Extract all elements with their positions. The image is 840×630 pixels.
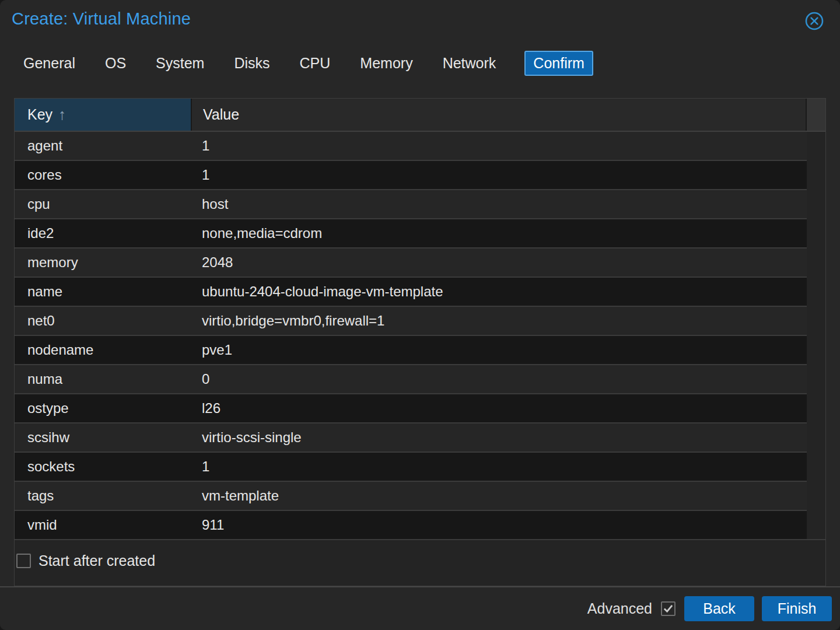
wizard-tab[interactable]: Disks xyxy=(233,51,271,76)
wizard-tab[interactable]: Confirm xyxy=(524,51,593,76)
table-row[interactable]: name ubuntu-2404-cloud-image-vm-template xyxy=(15,278,807,307)
table-row[interactable]: sockets 1 xyxy=(15,453,807,482)
advanced-checkbox[interactable] xyxy=(661,601,676,616)
table-row[interactable]: cpu host xyxy=(15,190,807,219)
row-key: ostype xyxy=(15,400,191,416)
dialog-footer: Advanced Back Finish xyxy=(0,586,840,630)
start-after-created-label: Start after created xyxy=(38,552,155,569)
row-key: ide2 xyxy=(15,225,191,242)
tab-label: Confirm xyxy=(533,55,584,71)
row-key: vmid xyxy=(15,517,191,533)
table-row[interactable]: nodename pve1 xyxy=(15,336,807,365)
row-value: pve1 xyxy=(191,342,807,358)
table-row[interactable]: scsihw virtio-scsi-single xyxy=(15,424,807,453)
confirm-panel: Key ↑ Value agent 1 cores 1 xyxy=(14,98,826,586)
row-value: host xyxy=(191,196,807,212)
row-key: scsihw xyxy=(15,429,191,446)
wizard-tabbar: General OS System Disks CPU Memory Net xyxy=(0,41,840,85)
table-row[interactable]: ide2 none,media=cdrom xyxy=(15,219,807,249)
tab-label: CPU xyxy=(300,55,331,71)
wizard-tab[interactable]: OS xyxy=(104,51,127,76)
close-icon[interactable] xyxy=(804,10,825,32)
table-row[interactable]: numa 0 xyxy=(15,365,807,394)
row-key: agent xyxy=(15,138,191,154)
column-header-value[interactable]: Value xyxy=(191,99,806,131)
wizard-tab[interactable]: General xyxy=(22,51,76,76)
row-key: numa xyxy=(15,371,191,387)
row-value: l26 xyxy=(191,400,807,416)
wizard-tab[interactable]: System xyxy=(155,51,205,76)
row-key: tags xyxy=(15,488,191,504)
tab-label: General xyxy=(23,55,75,71)
row-value: 911 xyxy=(191,517,807,533)
row-value: 1 xyxy=(191,167,807,183)
table-row[interactable]: tags vm-template xyxy=(15,482,807,511)
tab-label: Network xyxy=(443,55,496,71)
scrollbar-track xyxy=(807,132,825,540)
wizard-tab[interactable]: CPU xyxy=(299,51,332,76)
row-key: nodename xyxy=(15,342,191,358)
table-row[interactable]: ostype l26 xyxy=(15,394,807,424)
grid-body: agent 1 cores 1 cpu host ide2 xyxy=(15,132,825,540)
table-row[interactable]: cores 1 xyxy=(15,161,807,190)
row-key: memory xyxy=(15,254,191,271)
row-key: cores xyxy=(15,167,191,183)
tab-label: Memory xyxy=(360,55,412,71)
scrollbar-header-spacer xyxy=(806,99,825,131)
back-button[interactable]: Back xyxy=(684,596,754,621)
tab-label: Disks xyxy=(234,55,270,71)
finish-button[interactable]: Finish xyxy=(762,596,832,621)
arrow-up-icon: ↑ xyxy=(58,106,66,124)
wizard-tab[interactable]: Memory xyxy=(359,51,414,76)
wizard-tab[interactable]: Network xyxy=(442,51,498,76)
grid-header: Key ↑ Value xyxy=(15,99,825,132)
start-after-created-row: Start after created xyxy=(16,552,825,569)
row-key: net0 xyxy=(15,313,191,329)
row-value: 1 xyxy=(191,138,807,154)
column-header-key[interactable]: Key ↑ xyxy=(15,99,191,131)
row-value: ubuntu-2404-cloud-image-vm-template xyxy=(191,284,807,300)
dialog-title: Create: Virtual Machine xyxy=(12,9,191,29)
dialog-titlebar: Create: Virtual Machine xyxy=(0,0,840,41)
table-row[interactable]: vmid 911 xyxy=(15,511,807,540)
row-key: cpu xyxy=(15,196,191,212)
row-value: 1 xyxy=(191,459,807,475)
grid-rows: agent 1 cores 1 cpu host ide2 xyxy=(15,132,807,540)
row-value: virtio-scsi-single xyxy=(191,429,807,446)
row-key: sockets xyxy=(15,459,191,475)
start-after-created-checkbox[interactable] xyxy=(16,554,31,568)
table-row[interactable]: memory 2048 xyxy=(15,249,807,278)
row-value: 2048 xyxy=(191,254,807,271)
tab-label: OS xyxy=(105,55,126,71)
row-value: 0 xyxy=(191,371,807,387)
table-row[interactable]: agent 1 xyxy=(15,132,807,161)
row-value: none,media=cdrom xyxy=(191,225,807,242)
row-value: vm-template xyxy=(191,488,807,504)
column-value-label: Value xyxy=(203,106,239,123)
column-key-label: Key xyxy=(27,106,52,123)
row-value: virtio,bridge=vmbr0,firewall=1 xyxy=(191,313,807,329)
create-vm-dialog: Create: Virtual Machine General OS Syste… xyxy=(0,0,840,630)
table-row[interactable]: net0 virtio,bridge=vmbr0,firewall=1 xyxy=(15,307,807,336)
advanced-label: Advanced xyxy=(587,600,652,617)
tab-label: System xyxy=(156,55,204,71)
row-key: name xyxy=(15,284,191,300)
